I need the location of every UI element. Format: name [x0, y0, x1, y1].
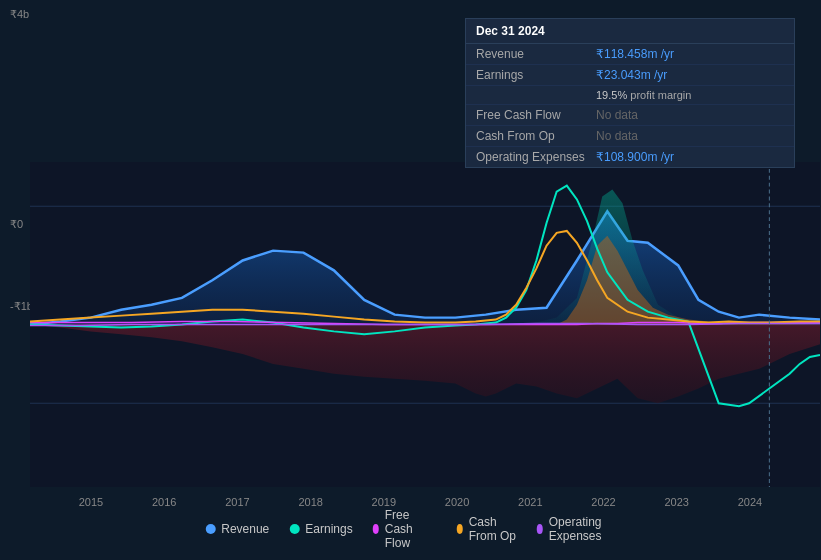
x-label-2018: 2018: [298, 496, 322, 508]
info-row-margin: 19.5% profit margin: [466, 86, 794, 105]
legend-label-revenue: Revenue: [221, 522, 269, 536]
legend-label-earnings: Earnings: [305, 522, 352, 536]
legend-label-fcf: Free Cash Flow: [385, 508, 437, 550]
chart-legend: Revenue Earnings Free Cash Flow Cash Fro…: [205, 508, 616, 550]
x-label-2020: 2020: [445, 496, 469, 508]
legend-dot-cashfromop: [457, 524, 463, 534]
x-label-2022: 2022: [591, 496, 615, 508]
info-card-date: Dec 31 2024: [466, 19, 794, 44]
x-label-2024: 2024: [738, 496, 762, 508]
opex-label: Operating Expenses: [476, 150, 596, 164]
info-row-earnings: Earnings ₹23.043m /yr: [466, 65, 794, 86]
legend-dot-earnings: [289, 524, 299, 534]
x-label-2021: 2021: [518, 496, 542, 508]
y-label-0: ₹0: [10, 218, 23, 231]
info-row-fcf: Free Cash Flow No data: [466, 105, 794, 126]
chart-svg: [30, 162, 820, 487]
earnings-value: ₹23.043m /yr: [596, 68, 784, 82]
legend-label-opex: Operating Expenses: [549, 515, 616, 543]
revenue-label: Revenue: [476, 47, 596, 61]
legend-dot-opex: [537, 524, 543, 534]
info-row-revenue: Revenue ₹118.458m /yr: [466, 44, 794, 65]
info-card: Dec 31 2024 Revenue ₹118.458m /yr Earnin…: [465, 18, 795, 168]
earnings-label: Earnings: [476, 68, 596, 82]
info-row-cashfromop: Cash From Op No data: [466, 126, 794, 147]
legend-cashfromop[interactable]: Cash From Op: [457, 515, 517, 543]
cashfromop-label: Cash From Op: [476, 129, 596, 143]
fcf-value: No data: [596, 108, 784, 122]
info-row-opex: Operating Expenses ₹108.900m /yr: [466, 147, 794, 167]
x-label-2023: 2023: [664, 496, 688, 508]
legend-fcf[interactable]: Free Cash Flow: [373, 508, 437, 550]
x-label-2015: 2015: [79, 496, 103, 508]
legend-dot-fcf: [373, 524, 379, 534]
legend-dot-revenue: [205, 524, 215, 534]
opex-value: ₹108.900m /yr: [596, 150, 784, 164]
revenue-value: ₹118.458m /yr: [596, 47, 784, 61]
profit-margin-value: 19.5% profit margin: [596, 89, 784, 101]
legend-revenue[interactable]: Revenue: [205, 522, 269, 536]
y-label-4b: ₹4b: [10, 8, 29, 21]
x-label-2017: 2017: [225, 496, 249, 508]
fcf-label: Free Cash Flow: [476, 108, 596, 122]
x-axis-labels: 2015 2016 2017 2018 2019 2020 2021 2022 …: [30, 496, 811, 508]
legend-label-cashfromop: Cash From Op: [469, 515, 517, 543]
legend-opex[interactable]: Operating Expenses: [537, 515, 616, 543]
cashfromop-value: No data: [596, 129, 784, 143]
x-label-2019: 2019: [372, 496, 396, 508]
legend-earnings[interactable]: Earnings: [289, 522, 352, 536]
x-label-2016: 2016: [152, 496, 176, 508]
